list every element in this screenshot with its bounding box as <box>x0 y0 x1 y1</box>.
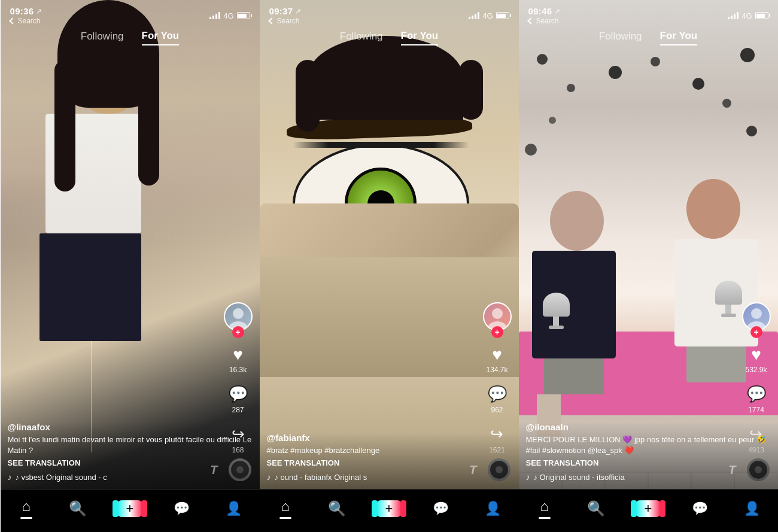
network-type-2: 4G <box>482 11 493 20</box>
avatar-container-1[interactable]: + <box>224 302 253 336</box>
status-bar-2: 09:37 ↗ Search 4G <box>260 0 519 26</box>
add-button-2[interactable]: + <box>376 500 402 517</box>
battery-icon-2 <box>496 12 509 19</box>
like-count-3: 532.9k <box>745 366 767 374</box>
battery-icon-1 <box>237 12 250 19</box>
comment-count-3: 1774 <box>748 406 764 414</box>
status-search-1[interactable]: Search <box>10 17 42 25</box>
nav-add-3[interactable]: + <box>622 500 674 517</box>
tiktok-logo-3: T <box>728 463 736 477</box>
bottom-overlay-2: @fabianfx #bratz #makeup #bratzchallenge… <box>260 433 519 489</box>
nav-inbox-2[interactable]: 💬 <box>415 502 467 515</box>
sound-text-2: ♪ ound - fabianfx Original s <box>275 473 367 482</box>
status-time-3: 09:46 <box>528 6 552 16</box>
tab-following-1[interactable]: Following <box>81 31 124 45</box>
nav-profile-3[interactable]: 👤 <box>726 502 778 515</box>
follow-button-1[interactable]: + <box>232 326 244 338</box>
nav-profile-1[interactable]: 👤 <box>208 502 260 515</box>
heart-icon-3: ♥ <box>751 346 761 363</box>
caption-1: Moi tt l'es lundi matin devant le miroir… <box>8 434 253 456</box>
add-button-3[interactable]: + <box>636 500 661 517</box>
home-icon-1: ⌂ <box>22 498 31 515</box>
comment-count-1: 287 <box>232 406 244 414</box>
status-left-1: 09:36 ↗ Search <box>10 6 42 25</box>
like-button-1[interactable]: ♥ 16.3k <box>229 346 247 374</box>
nav-home-2[interactable]: ⌂ <box>260 498 312 519</box>
comment-icon-3: 💬 <box>747 385 766 403</box>
bottom-overlay-3: @ilonaaln MERCI POUR LE MILLION 💜 jpp no… <box>519 422 778 489</box>
nav-tabs-1: Following For You <box>1 26 260 45</box>
caption-2: #bratz #makeup #bratzchallenge <box>267 445 512 456</box>
follow-button-3[interactable]: + <box>750 326 762 338</box>
phone-1: 09:36 ↗ Search 4G <box>1 0 260 532</box>
profile-icon-1: 👤 <box>226 502 242 515</box>
phone-2: 09:37 ↗ Search 4G <box>260 0 519 532</box>
sound-text-1: ♪ vsbest Original sound - c <box>16 473 107 482</box>
tab-following-2[interactable]: Following <box>340 31 383 45</box>
status-bar-3: 09:46 ↗ Search 4G <box>519 0 778 26</box>
follow-button-2[interactable]: + <box>491 326 503 338</box>
inbox-icon-1: 💬 <box>174 502 190 515</box>
battery-fill-2 <box>497 14 506 18</box>
side-actions-2: + ♥ 134.7k 💬 962 ↪ 1621 <box>483 302 512 454</box>
nav-home-1[interactable]: ⌂ <box>1 498 53 519</box>
nav-add-2[interactable]: + <box>363 500 415 517</box>
back-chevron-2 <box>268 17 275 24</box>
tab-foryou-3[interactable]: For You <box>660 30 698 45</box>
tab-foryou-1[interactable]: For You <box>142 30 180 45</box>
network-type-3: 4G <box>741 11 752 20</box>
nav-search-2[interactable]: 🔍 <box>311 501 363 516</box>
nav-profile-2[interactable]: 👤 <box>467 502 519 515</box>
nav-add-1[interactable]: + <box>104 500 156 517</box>
username-3[interactable]: @ilonaaln <box>526 422 771 432</box>
like-button-3[interactable]: ♥ 532.9k <box>745 346 767 374</box>
comment-button-3[interactable]: 💬 1774 <box>747 385 766 414</box>
nav-search-1[interactable]: 🔍 <box>52 501 104 516</box>
like-count-2: 134.7k <box>486 366 507 374</box>
profile-icon-3: 👤 <box>744 502 760 515</box>
direction-icon-2: ↗ <box>295 7 301 16</box>
home-underline-2 <box>279 517 291 519</box>
tiktok-logo-2: T <box>469 463 476 477</box>
username-1[interactable]: @linaafox <box>8 422 253 432</box>
home-underline-1 <box>20 517 32 519</box>
nav-inbox-1[interactable]: 💬 <box>156 502 208 515</box>
nav-tabs-2: Following For You <box>260 26 519 45</box>
signal-bars-2 <box>469 12 479 19</box>
status-search-2[interactable]: Search <box>269 17 302 25</box>
comment-button-2[interactable]: 💬 962 <box>488 385 507 414</box>
battery-fill-3 <box>756 14 765 18</box>
inbox-icon-3: 💬 <box>692 502 708 515</box>
comment-icon-1: 💬 <box>229 385 248 403</box>
avatar-container-2[interactable]: + <box>483 302 512 336</box>
comment-button-1[interactable]: 💬 287 <box>229 385 248 414</box>
status-time-2: 09:37 <box>269 6 293 16</box>
signal-bars-3 <box>728 12 739 19</box>
username-2[interactable]: @fabianfx <box>267 433 512 443</box>
comment-icon-2: 💬 <box>488 385 507 403</box>
direction-icon-3: ↗ <box>554 7 560 16</box>
tab-following-3[interactable]: Following <box>599 31 642 45</box>
like-button-2[interactable]: ♥ 134.7k <box>486 346 507 374</box>
nav-search-3[interactable]: 🔍 <box>570 501 622 516</box>
status-right-3: 4G <box>728 11 768 20</box>
signal-bars-1 <box>209 12 220 19</box>
heart-icon-1: ♥ <box>233 346 243 363</box>
home-icon-3: ⌂ <box>540 498 549 515</box>
nav-inbox-3[interactable]: 💬 <box>674 502 726 515</box>
search-icon-2: 🔍 <box>328 501 346 516</box>
svg-point-4 <box>751 308 762 319</box>
avatar-container-3[interactable]: + <box>742 302 771 336</box>
status-right-2: 4G <box>469 11 509 20</box>
nav-home-3[interactable]: ⌂ <box>519 498 571 519</box>
bottom-nav-2: ⌂ 🔍 + 💬 👤 <box>260 489 519 532</box>
status-left-3: 09:46 ↗ Search <box>528 6 561 25</box>
status-search-3[interactable]: Search <box>528 17 561 25</box>
bottom-nav-3: ⌂ 🔍 + 💬 👤 <box>519 489 778 532</box>
home-icon-2: ⌂ <box>281 498 290 515</box>
add-button-1[interactable]: + <box>117 500 142 517</box>
tab-foryou-2[interactable]: For You <box>401 30 439 45</box>
battery-icon-3 <box>755 12 768 19</box>
status-bar-1: 09:36 ↗ Search 4G <box>1 0 260 26</box>
direction-icon-1: ↗ <box>36 7 42 16</box>
